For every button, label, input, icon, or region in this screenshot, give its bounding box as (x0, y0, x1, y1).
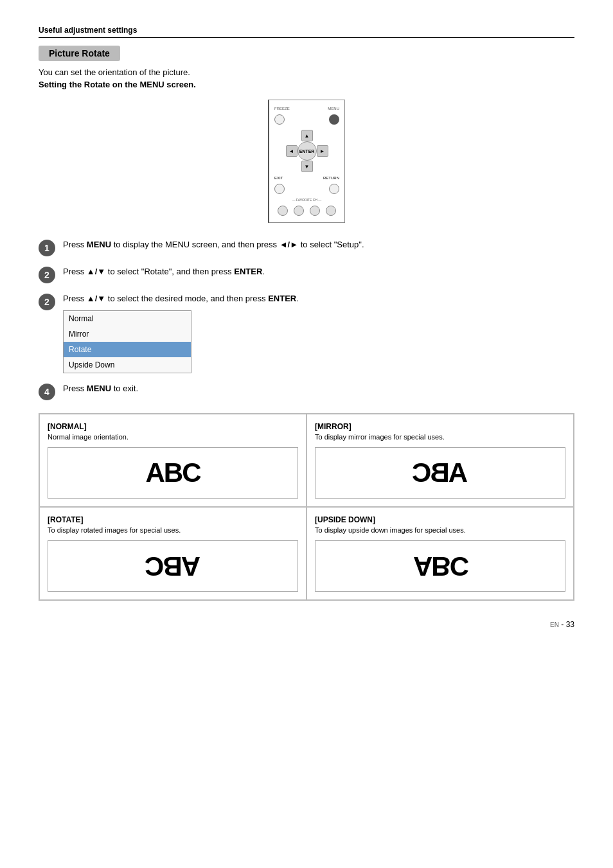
color-btn-2 (294, 206, 304, 216)
freeze-button (274, 114, 285, 125)
menu-item-rotate: Rotate (64, 342, 191, 357)
intro-line2: Setting the Rotate on the MENU screen. (39, 80, 574, 89)
orientation-rotate-cell: [ROTATE] To display rotated images for s… (39, 507, 306, 600)
step-2b-number: 2 (39, 294, 55, 310)
dpad-right: ► (317, 145, 328, 157)
orientation-normal-box: ABC (48, 447, 298, 499)
picture-rotate-heading: Picture Rotate (39, 46, 120, 61)
orientation-upsidedown-cell: [UPSIDE DOWN] To display upside down ima… (306, 507, 574, 600)
color-btn-3 (310, 206, 320, 216)
favorite-ch-label: — FAVORITE CH — (274, 198, 339, 202)
return-button (329, 184, 339, 194)
orientation-mirror-label: [MIRROR] (315, 422, 565, 431)
color-btn-4 (326, 206, 336, 216)
menu-item-upside-down: Upside Down (64, 357, 191, 373)
step-1-text: Press MENU to display the MENU screen, a… (63, 238, 574, 251)
orientation-grid: [NORMAL] Normal image orientation. ABC [… (39, 413, 574, 601)
orientation-rotate-box: ABC (48, 540, 298, 592)
step-2b: 2 Press ▲/▼ to select the desired mode, … (39, 292, 574, 373)
orientation-normal-label: [NORMAL] (48, 422, 298, 431)
orientation-upsidedown-box: ABC (315, 540, 565, 592)
orientation-mirror-desc: To display mirror images for special use… (315, 432, 565, 442)
step-1-number: 1 (39, 240, 55, 256)
step-4-text: Press MENU to exit. (63, 382, 574, 395)
abc-rotate-text: ABC (146, 551, 200, 581)
step-2a: 2 Press ▲/▼ to select "Rotate", and then… (39, 265, 574, 283)
orientation-mirror-box: ABC (315, 447, 565, 499)
return-label: RETURN (323, 176, 339, 180)
page-number: EN - 33 (39, 620, 574, 629)
abc-upsidedown-text: ABC (413, 551, 468, 581)
intro-line1: You can set the orientation of the pictu… (39, 67, 574, 77)
orientation-mirror-cell: [MIRROR] To display mirror images for sp… (306, 414, 574, 507)
dpad-up: ▲ (301, 130, 313, 141)
orientation-normal-cell: [NORMAL] Normal image orientation. ABC (39, 414, 306, 507)
menu-dropdown: Normal Mirror Rotate Upside Down (63, 310, 191, 373)
orientation-rotate-label: [ROTATE] (48, 515, 298, 524)
menu-label: MENU (328, 107, 339, 111)
step-2b-text: Press ▲/▼ to select the desired mode, an… (63, 292, 574, 373)
orientation-rotate-desc: To display rotated images for special us… (48, 526, 298, 535)
step-2a-text: Press ▲/▼ to select "Rotate", and then p… (63, 265, 574, 278)
step-2a-number: 2 (39, 267, 55, 283)
orientation-upsidedown-desc: To display upside down images for specia… (315, 526, 565, 535)
remote-illustration: FREEZE MENU ▲ ◄ ENTER ► ▼ EXIT RETURN (39, 100, 574, 223)
menu-button (329, 114, 339, 125)
exit-label: EXIT (274, 176, 283, 180)
step-1: 1 Press MENU to display the MENU screen,… (39, 238, 574, 256)
section-title: Useful adjustment settings (39, 26, 574, 38)
abc-normal-text: ABC (146, 457, 200, 488)
abc-mirror-text: ABC (413, 457, 468, 488)
step-4: 4 Press MENU to exit. (39, 382, 574, 400)
orientation-upsidedown-label: [UPSIDE DOWN] (315, 515, 565, 524)
en-badge: EN (550, 621, 559, 628)
step-4-number: 4 (39, 384, 55, 400)
exit-button (274, 184, 285, 194)
orientation-normal-desc: Normal image orientation. (48, 432, 298, 442)
dpad-down: ▼ (301, 161, 313, 172)
freeze-label: FREEZE (274, 107, 290, 111)
dpad-left: ◄ (286, 145, 298, 157)
menu-item-mirror: Mirror (64, 326, 191, 342)
color-btn-1 (278, 206, 288, 216)
dpad-enter: ENTER (298, 141, 317, 161)
menu-item-normal: Normal (64, 311, 191, 326)
